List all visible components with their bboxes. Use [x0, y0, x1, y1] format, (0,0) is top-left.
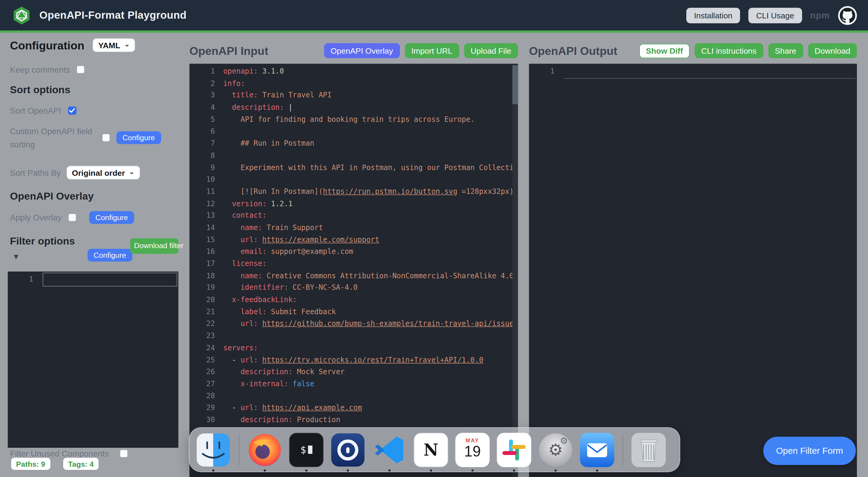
npm-logo-icon[interactable]: npm — [810, 10, 830, 20]
keep-comments-row: Keep comments — [10, 65, 85, 74]
mail-tile — [580, 433, 614, 467]
cli-instructions-button[interactable]: CLI instructions — [694, 43, 763, 58]
app-logo-icon — [11, 5, 32, 26]
filter-editor-content: 1 — [8, 272, 179, 448]
chevron-down-icon: ⌄ — [124, 40, 130, 48]
filter-options-heading: Filter options — [10, 235, 75, 247]
custom-sort-checkbox[interactable] — [102, 133, 110, 142]
keep-comments-checkbox[interactable] — [76, 65, 85, 74]
slack-icon[interactable] — [497, 433, 531, 467]
upload-file-button[interactable]: Upload File — [464, 43, 518, 58]
dock-divider — [623, 434, 623, 466]
1password-icon[interactable] — [331, 433, 365, 467]
openapi-overlay-button[interactable]: OpenAPI Overlay — [324, 43, 400, 58]
open-filter-form-button[interactable]: Open Filter Form — [764, 437, 856, 465]
sort-openapi-label: Sort OpenAPI — [10, 106, 61, 115]
gear-icon: ⚙ ⚙ — [539, 433, 572, 466]
running-indicator — [264, 469, 266, 471]
macos-dock: $ N MAY — [189, 427, 680, 472]
navbar-actions: Installation CLI Usage npm — [686, 6, 857, 24]
openapi-output-editor[interactable]: 1 — [529, 64, 857, 477]
input-panel-heading: OpenAPI Input — [190, 44, 269, 57]
sort-paths-select[interactable]: Original order ⌄ — [66, 166, 140, 180]
keep-comments-label: Keep comments — [10, 65, 70, 74]
custom-sort-label: Custom OpenAPI field sorting — [10, 125, 94, 151]
collapse-triangle-icon[interactable]: ▼ — [12, 252, 20, 261]
download-button[interactable]: Download — [808, 43, 857, 58]
openapi-overlay-heading: OpenAPI Overlay — [10, 190, 94, 202]
output-editor-cursor — [564, 78, 856, 79]
vscode-icon[interactable] — [372, 433, 407, 467]
mail-icon[interactable] — [580, 433, 614, 467]
custom-sort-configure-button[interactable]: Configure — [116, 131, 161, 144]
download-filter-button[interactable]: Download filter — [130, 238, 179, 254]
cli-usage-button[interactable]: CLI Usage — [748, 7, 802, 23]
app-title: OpenAPI-Format Playground — [39, 9, 186, 21]
configuration-heading: Configuration — [10, 38, 84, 52]
filter-unused-row: Filter Unused Components — [10, 449, 128, 458]
terminal-window: $ — [289, 433, 323, 467]
input-editor-content: 1openapi: 3.1.02info:3 title: Train Trav… — [190, 64, 518, 477]
calendar-face: MAY 19 — [456, 433, 490, 467]
filter-configure-button[interactable]: Configure — [87, 249, 132, 261]
output-panel-header: OpenAPI Output Show Diff CLI instruction… — [529, 42, 857, 59]
notion-icon[interactable]: N — [414, 433, 448, 467]
sort-openapi-checkbox[interactable] — [68, 107, 76, 115]
filter-editor-cursor — [43, 273, 178, 287]
notion-letter: N — [414, 433, 448, 467]
gear-small-icon: ⚙ — [560, 436, 567, 446]
calendar-month: MAY — [466, 437, 479, 443]
firefox-icon[interactable] — [248, 433, 282, 467]
tags-badge: Tags: 4 — [63, 458, 99, 470]
sort-openapi-row: Sort OpenAPI — [10, 106, 76, 115]
terminal-icon[interactable]: $ — [289, 433, 323, 467]
paths-badge: Paths: 9 — [11, 458, 50, 470]
dock-divider — [239, 434, 239, 466]
top-navbar: OpenAPI-Format Playground Installation C… — [0, 0, 868, 30]
input-panel-header: OpenAPI Input OpenAPI Overlay Import URL… — [190, 42, 518, 59]
calendar-icon[interactable]: MAY 19 — [456, 433, 490, 467]
openapi-format-playground: OpenAPI-Format Playground Installation C… — [0, 0, 868, 477]
running-indicator — [596, 469, 598, 471]
chevron-down-icon: ⌄ — [129, 168, 134, 176]
terminal-cursor — [308, 446, 312, 454]
running-indicator — [212, 469, 214, 471]
custom-sort-row: Custom OpenAPI field sorting Configure — [10, 125, 179, 151]
editor-scrollbar-thumb[interactable] — [513, 65, 518, 104]
editor-scrollbar[interactable] — [513, 64, 518, 477]
sort-paths-select-value: Original order — [72, 168, 125, 177]
accent-divider — [0, 30, 868, 33]
running-indicator — [555, 469, 557, 471]
output-panel-heading: OpenAPI Output — [529, 44, 617, 57]
filter-unused-label: Filter Unused Components — [10, 449, 109, 458]
running-indicator — [305, 469, 307, 471]
running-indicator — [347, 469, 349, 471]
sort-paths-label: Sort Paths By — [10, 168, 61, 177]
filter-editor[interactable]: 1 — [8, 272, 179, 448]
show-diff-button[interactable]: Show Diff — [639, 43, 689, 58]
running-indicator — [471, 469, 473, 471]
apply-overlay-configure-button[interactable]: Configure — [90, 211, 134, 224]
github-icon[interactable] — [838, 6, 857, 24]
apply-overlay-label: Apply Overlay — [10, 213, 62, 222]
apply-overlay-row: Apply Overlay Configure — [10, 211, 134, 224]
system-settings-icon[interactable]: ⚙ ⚙ — [538, 433, 572, 467]
sort-options-heading: Sort options — [10, 84, 70, 96]
apply-overlay-checkbox[interactable] — [68, 213, 77, 222]
calendar-day: 19 — [464, 443, 481, 460]
running-indicator — [388, 469, 390, 471]
trash-icon[interactable] — [631, 433, 666, 467]
openapi-input-editor[interactable]: 1openapi: 3.1.02info:3 title: Train Trav… — [190, 64, 518, 477]
installation-button[interactable]: Installation — [686, 7, 740, 23]
finder-icon[interactable] — [196, 433, 230, 467]
import-url-button[interactable]: Import URL — [405, 43, 459, 58]
filter-unused-checkbox[interactable] — [120, 450, 128, 458]
format-select[interactable]: YAML ⌄ — [93, 38, 135, 52]
configuration-sidebar: Configuration YAML ⌄ Keep comments Sort … — [8, 33, 181, 477]
configuration-row: Configuration YAML ⌄ — [10, 38, 135, 52]
running-indicator — [430, 469, 432, 471]
format-select-value: YAML — [98, 41, 120, 50]
sort-paths-row: Sort Paths By Original order ⌄ — [10, 166, 140, 180]
running-indicator — [513, 469, 515, 471]
share-button[interactable]: Share — [768, 43, 803, 58]
